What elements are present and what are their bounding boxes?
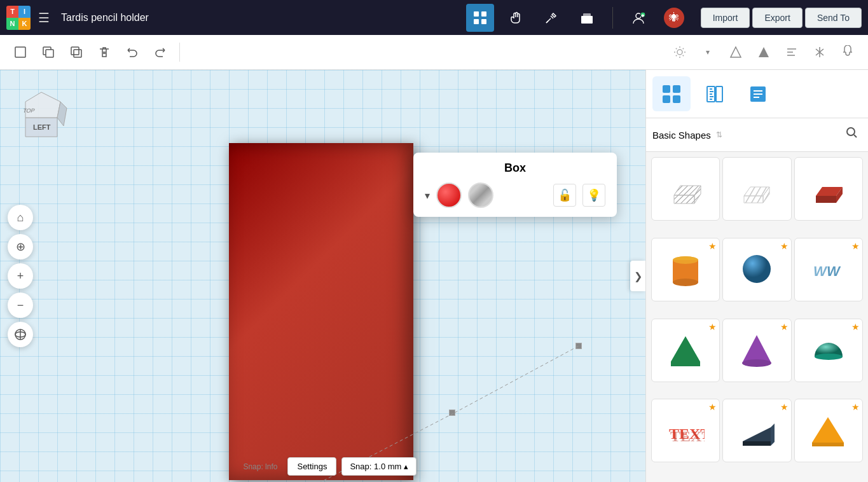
topbar-profile-btn[interactable]: + [624, 4, 652, 32]
svg-marker-36 [674, 195, 694, 203]
shape-outline-btn[interactable] [723, 39, 748, 65]
search-button[interactable] [843, 123, 862, 146]
svg-rect-27 [673, 85, 680, 93]
send-to-button[interactable]: Send To [805, 8, 862, 28]
new-btn[interactable] [8, 39, 33, 65]
svg-marker-14 [731, 47, 741, 57]
color-gray-btn[interactable] [468, 182, 493, 208]
shape-item-stripe1[interactable] [651, 157, 720, 221]
shapes-label-select[interactable]: Basic Shapes ⇅ [652, 130, 837, 141]
panel-notes-btn[interactable] [739, 76, 777, 111]
box-popup-dropdown[interactable]: ▾ [425, 189, 430, 202]
logo[interactable]: T I N K [6, 6, 31, 30]
svg-marker-54 [742, 335, 771, 363]
import-button[interactable]: Import [701, 8, 750, 28]
panel-ruler-btn[interactable] [696, 76, 734, 111]
bottom-bar: Snap: lnfo Settings Snap: 1.0 mm ▴ [243, 457, 417, 476]
cone-star: ★ [780, 322, 789, 332]
light-btn[interactable] [667, 39, 692, 65]
cylinder-star: ★ [708, 241, 717, 251]
svg-text:TOP: TOP [22, 107, 36, 114]
pyramid2-star: ★ [851, 402, 860, 412]
view-nav-btn[interactable] [8, 322, 33, 347]
sel-handle-center[interactable] [449, 410, 455, 416]
shape-solid-btn[interactable] [751, 39, 776, 65]
svg-text:+: + [642, 13, 644, 17]
topbar-hand-btn[interactable] [502, 4, 530, 32]
svg-marker-60 [743, 441, 771, 446]
shapes-label: Basic Shapes [652, 130, 711, 141]
svg-point-55 [742, 359, 771, 367]
shape-item-wedge[interactable]: ★ [722, 399, 791, 462]
shape-item-cylinder[interactable]: ★ [651, 238, 720, 301]
delete-btn[interactable] [92, 39, 117, 65]
svg-point-56 [815, 354, 843, 360]
topbar-grid-btn[interactable] [466, 4, 494, 32]
svg-text:W: W [827, 263, 841, 279]
shapes-dropdown-arrow: ⇅ [716, 130, 722, 139]
svg-marker-43 [816, 196, 836, 203]
halfsphere-star: ★ [851, 322, 860, 332]
logo-t: T [6, 6, 18, 18]
color-red-btn[interactable] [436, 182, 462, 208]
text3dred-star: ★ [708, 402, 717, 412]
svg-rect-1 [481, 11, 486, 17]
shape-item-pyramid[interactable]: ★ [651, 319, 720, 382]
red-box-3d[interactable] [229, 143, 413, 480]
settings-button[interactable]: Settings [287, 457, 336, 476]
svg-text:LEFT: LEFT [33, 123, 51, 131]
topbar: T I N K ☰ Tardis pencil holder [0, 0, 868, 35]
sel-handle-tr[interactable] [575, 343, 582, 349]
menu-icon[interactable]: ☰ [38, 10, 50, 25]
viewport-collapse-arrow[interactable]: ❯ [630, 261, 645, 291]
light-dropdown-btn[interactable]: ▾ [695, 39, 720, 65]
magnet-btn[interactable] [835, 39, 860, 65]
topbar-blocks-btn[interactable] [573, 4, 601, 32]
topbar-pickaxe-btn[interactable] [537, 4, 565, 32]
lock-icon-btn[interactable]: 🔓 [553, 184, 576, 207]
svg-rect-5 [583, 13, 591, 17]
fit-nav-btn[interactable]: ⊕ [8, 234, 33, 259]
mirror-btn[interactable] [807, 39, 832, 65]
svg-marker-62 [812, 417, 844, 443]
shape-item-stripe2[interactable] [722, 157, 791, 221]
undo-btn[interactable] [120, 39, 145, 65]
panel-grid-btn[interactable] [652, 76, 691, 111]
app-title: Tardis pencil holder [61, 12, 149, 24]
topbar-avatar-btn[interactable]: 🕷 [660, 4, 688, 32]
svg-text:W: W [813, 263, 828, 279]
shape-item-pyramid2[interactable]: ★ [794, 399, 863, 462]
copy-btn[interactable] [36, 39, 61, 65]
main: Box ▾ 🔓 💡 ⌂ ⊕ + − [0, 70, 868, 482]
svg-marker-63 [812, 443, 844, 446]
snap-button[interactable]: Snap: 1.0 mm ▴ [341, 457, 417, 476]
shape-item-text3d-red[interactable]: ★ TEXT TEXT [651, 399, 720, 462]
shape-item-half-sphere[interactable]: ★ [794, 319, 863, 382]
svg-point-13 [677, 50, 682, 55]
zoom-out-nav-btn[interactable]: − [8, 293, 33, 318]
shape-item-red-box[interactable] [794, 157, 863, 221]
snap-label-text: Snap: lnfo [243, 462, 277, 471]
svg-point-49 [743, 255, 771, 283]
svg-point-47 [673, 279, 698, 286]
shape-item-sphere[interactable]: ★ [722, 238, 791, 301]
redo-btn[interactable] [148, 39, 173, 65]
shapes-search-row: Basic Shapes ⇅ [646, 118, 868, 152]
logo-i: I [18, 6, 31, 18]
align-btn[interactable] [779, 39, 804, 65]
wedge-star: ★ [780, 402, 789, 412]
svg-marker-40 [744, 196, 763, 203]
svg-marker-15 [759, 47, 769, 57]
shape-item-cone[interactable]: ★ [722, 319, 791, 382]
lightbulb-icon-btn[interactable]: 💡 [582, 184, 605, 207]
right-actions: Import Export Send To [701, 8, 862, 28]
logo-n: N [6, 18, 18, 30]
view-cube[interactable]: LEFT TOP [13, 83, 70, 140]
zoom-in-nav-btn[interactable]: + [8, 263, 33, 289]
export-button[interactable]: Export [752, 8, 802, 28]
svg-rect-12 [74, 50, 81, 57]
home-nav-btn[interactable]: ⌂ [8, 205, 33, 230]
viewport[interactable]: Box ▾ 🔓 💡 ⌂ ⊕ + − [0, 70, 645, 482]
duplicate-btn[interactable] [64, 39, 89, 65]
shape-item-text3d[interactable]: ★ W W [794, 238, 863, 301]
